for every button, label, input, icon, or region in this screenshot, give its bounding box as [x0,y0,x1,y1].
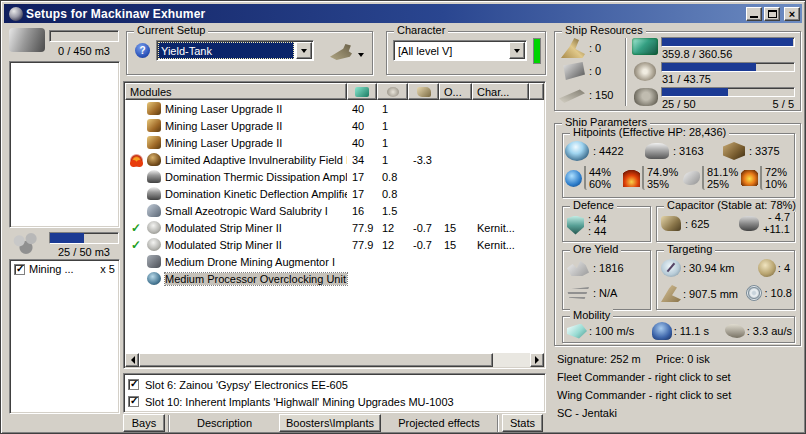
strip-miner-icon [147,221,161,234]
character-combobox-arrow[interactable] [509,42,525,59]
scroll-right-button[interactable] [530,353,544,367]
explosive-resists: 72%10% [741,166,787,190]
targeting-label: Targeting [664,243,715,256]
close-button[interactable]: × [784,7,800,21]
active-check-icon [131,221,141,235]
col-optimal[interactable]: O... [439,83,472,100]
col-cpu[interactable] [347,83,377,100]
tab-stats[interactable]: Stats [502,414,543,432]
character-combobox[interactable]: [All level V] [393,40,527,61]
module-row[interactable]: Domination Kinetic Deflection Amplifier … [125,185,544,202]
cpu-icon [355,87,369,97]
setup-combobox[interactable]: Yield-Tank [156,40,314,61]
setup-tools-button[interactable] [330,44,352,60]
drone-list-item[interactable]: Mining ... x 5 [14,263,115,275]
drone-bandwidth: 5 / 5 [773,98,794,110]
scroll-left-button[interactable] [125,353,139,367]
velocity-icon [567,324,587,339]
tab-bays[interactable]: Bays [123,414,165,432]
hitpoints-group: Hitpoints (Effective HP: 28,436) : 4422 … [562,133,795,198]
powergrid-icon [634,62,656,81]
ward-rig-icon [147,204,161,217]
invulnerability-field-icon [147,153,161,166]
module-row[interactable]: Modulated Strip Miner II 77.912-0.715Ker… [125,219,544,236]
character-combobox-value: [All level V] [395,42,507,59]
targeting-range-icon [661,259,681,277]
minimize-button[interactable] [746,7,762,21]
overheat-flames-icon [129,153,144,167]
module-row[interactable]: Medium Drone Mining Augmentor I [125,253,544,270]
drone-name: Mining ... [29,263,96,275]
calibration-icon [559,86,585,104]
character-group: Character [All level V] [386,31,546,75]
ship-resources-group: Ship Resources : 0 : 0 : 150 359.8 / 360… [554,31,801,111]
implant-label: Slot 6: Zainou 'Gypsy' Electronics EE-60… [145,379,348,391]
module-row[interactable]: Mining Laser Upgrade II 401 [125,134,544,151]
dronebay-bar [661,87,795,97]
powergrid-usage: 31 / 43.75 [662,73,711,85]
col-powergrid[interactable] [377,83,408,100]
character-label: Character [394,24,448,37]
drone-capacity-label: 25 / 50 m3 [49,246,119,258]
implant-item[interactable]: Slot 10: Inherent Implants 'Highwall' Mi… [128,393,541,410]
col-capacitor[interactable] [408,83,439,100]
module-name: Mining Laser Upgrade II [165,137,347,149]
current-setup-group: Current Setup ? Yield-Tank [126,31,373,75]
titlebar[interactable]: Setups for Mackinaw Exhumer × [4,4,802,23]
dronebay-icon [9,232,43,254]
warp-speed-icon [725,324,745,338]
squad-commander[interactable]: SC - Jentaki [557,407,617,419]
launcher-slots: : 0 [561,62,601,80]
mining-laser-upgrade-icon [147,119,161,132]
sensor-strength-icon [746,285,762,301]
implant-item[interactable]: Slot 6: Zainou 'Gypsy' Electronics EE-60… [128,376,541,393]
implants-list: Slot 6: Zainou 'Gypsy' Electronics EE-60… [123,373,546,413]
setup-combobox-arrow[interactable] [296,42,312,59]
module-row[interactable]: Mining Laser Upgrade II 401 [125,117,544,134]
fleet-commander[interactable]: Fleet Commander - right click to set [557,371,731,383]
module-row[interactable]: Mining Laser Upgrade II 401 [125,100,544,117]
module-row[interactable]: Small Azeotropic Ward Salubrity I 161.5 [125,202,544,219]
tab-description[interactable]: Description [172,414,277,432]
implant-checkbox[interactable] [128,396,139,407]
module-name: Medium Drone Mining Augmentor I [165,256,347,268]
thermal-resists: 74.9%35% [623,166,683,190]
align-time: : 11.1 s [652,322,725,340]
module-row[interactable]: Modulated Strip Miner II 77.912-0.715Ker… [125,236,544,253]
drone-checkbox[interactable] [14,264,25,275]
modules-hscrollbar[interactable] [125,353,544,367]
gas-yield-icon [567,287,589,299]
armor-hp: : 3163 [645,141,723,161]
cargo-list[interactable] [9,61,120,228]
ore-yield-label: Ore Yield [570,243,621,256]
ship-resources-label: Ship Resources [562,24,646,37]
setup-tools-dropdown-icon[interactable] [358,53,364,60]
module-row[interactable]: Domination Thermic Dissipation Amplifier… [125,168,544,185]
implant-checkbox[interactable] [128,379,139,390]
maximize-button[interactable] [764,7,780,21]
drone-augmentor-rig-icon [147,255,161,268]
thermal-resist-icon [623,170,640,187]
setup-combobox-value: Yield-Tank [158,42,294,59]
em-resist-icon [565,170,582,187]
wing-commander[interactable]: Wing Commander - right click to set [557,389,731,401]
module-row-selected[interactable]: Medium Processor Overclocking Unit I [125,270,544,287]
powergrid-icon [387,87,399,97]
tab-boosters-implants[interactable]: Boosters\Implants [279,414,381,432]
dronebay-icon [634,88,658,106]
maximize-icon [768,10,777,18]
mining-laser-upgrade-icon [147,136,161,149]
col-charge[interactable]: Char... [472,83,529,100]
implant-label: Slot 10: Inherent Implants 'Highwall' Mi… [145,396,454,408]
module-row[interactable]: Limited Adaptive Invulnerability Field I… [125,151,544,168]
hull-hp: : 3375 [723,141,780,161]
calibration: : 150 [559,86,613,104]
cargohold-icon [9,28,45,52]
help-button[interactable]: ? [135,43,150,58]
hitpoints-label: Hitpoints (Effective HP: 28,436) [570,126,729,139]
scroll-thumb[interactable] [139,353,493,367]
tab-projected-effects[interactable]: Projected effects [383,414,495,432]
close-icon: × [789,9,795,19]
drone-list[interactable]: Mining ... x 5 [9,259,120,414]
col-modules[interactable]: Modules [125,83,347,100]
